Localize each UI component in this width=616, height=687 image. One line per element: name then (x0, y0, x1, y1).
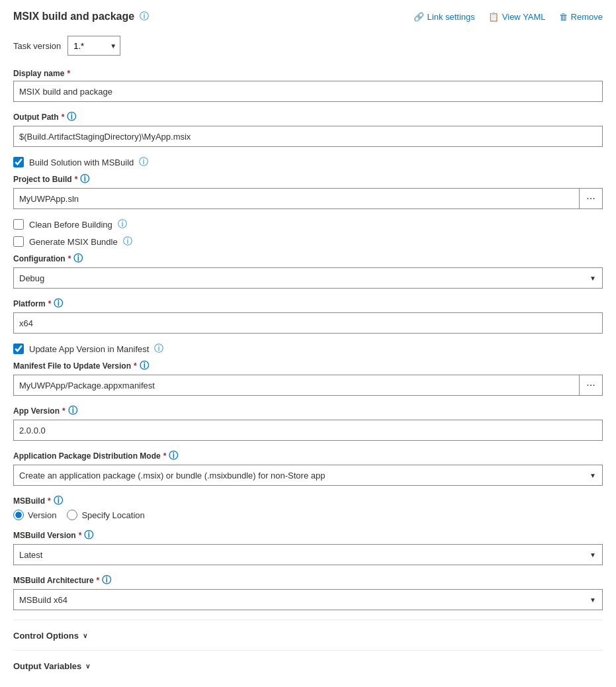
update-app-version-checkbox[interactable] (13, 344, 24, 354)
msbuild-label: MSBuild * ⓘ (13, 495, 603, 507)
msbuild-section: MSBuild * ⓘ Version Specify Location (13, 495, 603, 520)
configuration-select[interactable]: Debug Release (13, 267, 603, 289)
msbuild-architecture-select-wrapper: MSBuild x64 MSBuild x86 ▼ (13, 589, 603, 610)
page-title: MSIX build and package (13, 11, 134, 23)
msbuild-version-select-wrapper: Latest 16.0 15.0 14.0 ▼ (13, 544, 603, 565)
msbuild-version-select[interactable]: Latest 16.0 15.0 14.0 (13, 544, 603, 565)
app-version-section: App Version * ⓘ (13, 405, 603, 441)
app-package-distribution-label: Application Package Distribution Mode * … (13, 450, 603, 462)
control-options-header[interactable]: Control Options ∨ (13, 627, 603, 645)
generate-msix-bundle-checkbox[interactable] (13, 236, 24, 247)
bundle-info-icon[interactable]: ⓘ (123, 236, 132, 248)
msbuild-radio-group: Version Specify Location (13, 510, 603, 520)
manifest-file-input[interactable] (13, 375, 579, 396)
app-package-distribution-section: Application Package Distribution Mode * … (13, 450, 603, 486)
app-version-label: App Version * ⓘ (13, 405, 603, 417)
msbuild-version-section: MSBuild Version * ⓘ Latest 16.0 15.0 14.… (13, 529, 603, 565)
app-version-info-icon[interactable]: ⓘ (68, 405, 77, 417)
build-solution-info-icon[interactable]: ⓘ (139, 156, 148, 168)
msbuild-version-info-icon[interactable]: ⓘ (84, 529, 93, 541)
project-info-icon[interactable]: ⓘ (80, 173, 89, 185)
output-path-input[interactable] (13, 126, 603, 147)
display-name-section: Display name * (13, 69, 603, 102)
configuration-select-wrapper: Debug Release ▼ (13, 267, 603, 289)
platform-section: Platform * ⓘ (13, 298, 603, 334)
link-icon: 🔗 (414, 12, 424, 22)
msbuild-specify-radio-label: Specify Location (81, 510, 144, 520)
manifest-input-wrapper: ··· (13, 375, 603, 396)
header-left: MSIX build and package ⓘ (13, 11, 149, 23)
control-options-section: Control Options ∨ (13, 619, 603, 645)
build-solution-checkbox[interactable] (13, 157, 24, 167)
generate-msix-bundle-label: Generate MSIX Bundle (29, 237, 118, 247)
msbuild-architecture-section: MSBuild Architecture * ⓘ MSBuild x64 MSB… (13, 574, 603, 610)
msbuild-version-radio[interactable] (13, 510, 24, 520)
update-app-version-row: Update App Version in Manifest ⓘ (13, 343, 603, 355)
clean-before-building-label: Clean Before Building (29, 220, 112, 230)
update-app-version-label: Update App Version in Manifest (29, 344, 149, 354)
page-header: MSIX build and package ⓘ 🔗 Link settings… (13, 11, 603, 23)
output-variables-header[interactable]: Output Variables ∨ (13, 657, 603, 675)
control-options-chevron-icon: ∨ (83, 632, 87, 639)
configuration-label: Configuration * ⓘ (13, 253, 603, 265)
msbuild-architecture-info-icon[interactable]: ⓘ (102, 574, 111, 586)
link-settings-button[interactable]: 🔗 Link settings (414, 12, 475, 22)
manifest-info-icon[interactable]: ⓘ (140, 360, 149, 372)
platform-input[interactable] (13, 312, 603, 334)
msbuild-architecture-select[interactable]: MSBuild x64 MSBuild x86 (13, 589, 603, 610)
output-variables-section: Output Variables ∨ (13, 650, 603, 675)
title-info-icon[interactable]: ⓘ (140, 11, 149, 23)
app-package-distribution-wrapper: Create an application package (.msix) or… (13, 465, 603, 486)
output-path-section: Output Path * ⓘ (13, 111, 603, 147)
configuration-info-icon[interactable]: ⓘ (73, 253, 83, 265)
output-path-info-icon[interactable]: ⓘ (67, 111, 76, 123)
manifest-file-section: Manifest File to Update Version * ⓘ ··· (13, 360, 603, 396)
display-name-input[interactable] (13, 81, 603, 102)
clean-info-icon[interactable]: ⓘ (118, 218, 127, 230)
msbuild-version-label: MSBuild Version * ⓘ (13, 529, 603, 541)
task-version-select[interactable]: 1.* 0.* (67, 36, 120, 56)
project-to-build-input[interactable] (13, 188, 579, 209)
task-version-row: Task version 1.* 0.* ▼ (13, 36, 603, 56)
display-name-label: Display name * (13, 69, 603, 78)
yaml-icon: 📋 (488, 12, 499, 22)
msbuild-specify-location-radio[interactable] (67, 510, 77, 520)
msbuild-version-radio-label: Version (28, 510, 56, 520)
platform-label: Platform * ⓘ (13, 298, 603, 310)
msbuild-info-icon[interactable]: ⓘ (54, 495, 63, 507)
project-input-wrapper: ··· (13, 188, 603, 209)
manifest-browse-button[interactable]: ··· (579, 375, 603, 396)
control-options-label: Control Options (13, 631, 79, 641)
output-variables-chevron-icon: ∨ (85, 663, 90, 670)
task-version-wrapper: 1.* 0.* ▼ (67, 36, 120, 56)
project-browse-button[interactable]: ··· (579, 188, 603, 209)
platform-info-icon[interactable]: ⓘ (54, 298, 63, 310)
clean-before-building-row: Clean Before Building ⓘ (13, 218, 603, 230)
project-to-build-section: Project to Build * ⓘ ··· (13, 173, 603, 209)
update-app-version-info-icon[interactable]: ⓘ (154, 343, 163, 355)
app-package-info-icon[interactable]: ⓘ (169, 450, 178, 462)
header-actions: 🔗 Link settings 📋 View YAML 🗑 Remove (414, 12, 603, 22)
msbuild-architecture-label: MSBuild Architecture * ⓘ (13, 574, 603, 586)
app-package-distribution-select[interactable]: Create an application package (.msix) or… (13, 465, 603, 486)
task-version-label: Task version (13, 41, 61, 51)
generate-msix-bundle-row: Generate MSIX Bundle ⓘ (13, 236, 603, 248)
remove-icon: 🗑 (559, 12, 568, 22)
output-variables-label: Output Variables (13, 661, 81, 671)
app-version-input[interactable] (13, 420, 603, 441)
clean-before-building-checkbox[interactable] (13, 219, 24, 230)
build-solution-label: Build Solution with MSBuild (29, 158, 134, 167)
msbuild-specify-radio-row: Specify Location (67, 510, 144, 520)
output-path-label: Output Path * ⓘ (13, 111, 603, 123)
project-to-build-label: Project to Build * ⓘ (13, 173, 603, 185)
remove-button[interactable]: 🗑 Remove (559, 12, 603, 22)
configuration-section: Configuration * ⓘ Debug Release ▼ (13, 253, 603, 289)
msbuild-version-radio-row: Version (13, 510, 56, 520)
manifest-file-label: Manifest File to Update Version * ⓘ (13, 360, 603, 372)
build-solution-row: Build Solution with MSBuild ⓘ (13, 156, 603, 168)
view-yaml-button[interactable]: 📋 View YAML (488, 12, 546, 22)
